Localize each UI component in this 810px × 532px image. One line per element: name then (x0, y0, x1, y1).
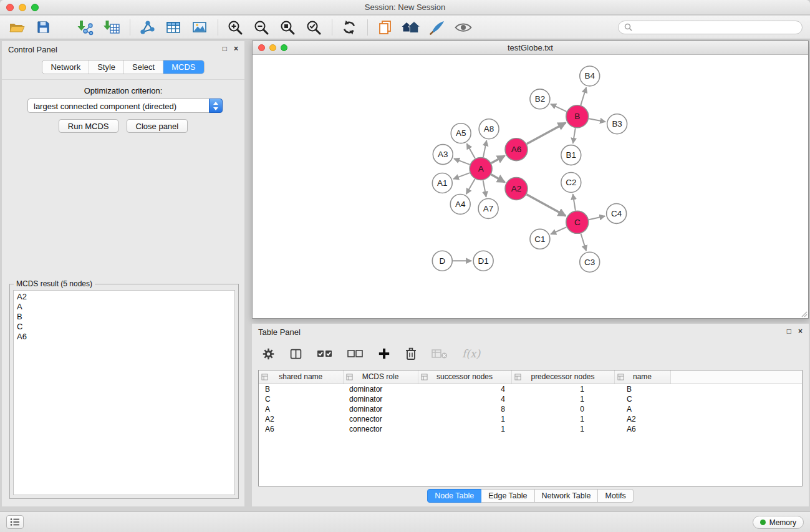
graph-edge-C-C3[interactable] (581, 233, 586, 251)
table-row[interactable]: A2connector11A2 (259, 414, 802, 424)
table-cell[interactable]: 1 (418, 414, 511, 424)
deselect-all-columns-button[interactable] (347, 347, 364, 360)
graph-node-C[interactable]: C (566, 211, 589, 233)
graph-edge-B-B4[interactable] (581, 87, 586, 105)
table-cell[interactable]: A6 (614, 424, 670, 434)
graph-edge-A-A4[interactable] (466, 179, 475, 194)
graph-node-A6[interactable]: A6 (505, 138, 528, 161)
graph-node-B3[interactable]: B3 (607, 114, 627, 134)
table-row[interactable]: Cdominator41C (259, 394, 802, 404)
show-hide-button[interactable] (453, 18, 474, 37)
graph-edge-A-A8[interactable] (483, 140, 486, 157)
cybrowser-home-button[interactable] (400, 18, 422, 37)
tab-select[interactable]: Select (123, 60, 163, 74)
graph-edge-A6-B[interactable] (527, 123, 566, 144)
table-cell[interactable]: B (614, 384, 670, 394)
tab-style[interactable]: Style (89, 60, 123, 74)
tab-mcds[interactable]: MCDS (163, 60, 203, 74)
task-history-button[interactable] (6, 515, 24, 529)
result-item[interactable]: C (17, 322, 231, 332)
minimize-window-button[interactable] (19, 4, 26, 11)
open-session-button[interactable] (6, 18, 27, 37)
table-cell[interactable]: 1 (511, 394, 614, 404)
graph-edge-A-A6[interactable] (491, 156, 505, 163)
tab-network[interactable]: Network (42, 60, 89, 74)
table-cell[interactable]: 8 (418, 404, 511, 414)
apply-layout-button[interactable] (339, 18, 360, 37)
zoom-fit-button[interactable] (277, 18, 298, 37)
graph-node-B1[interactable]: B1 (561, 145, 581, 165)
network-maximize-button[interactable] (281, 44, 287, 51)
result-item[interactable]: A2 (17, 292, 231, 302)
column-header-predecessor-nodes[interactable]: predecessor nodes (511, 370, 614, 384)
graph-node-B[interactable]: B (566, 105, 589, 128)
graph-edge-C-C2[interactable] (573, 194, 576, 210)
tab-network-table[interactable]: Network Table (535, 489, 599, 503)
graph-edge-A-A2[interactable] (491, 175, 505, 182)
show-columns-button[interactable] (289, 347, 302, 360)
graph-node-B2[interactable]: B2 (530, 89, 550, 109)
close-panel-icon[interactable]: × (234, 44, 238, 53)
float-table-panel-icon[interactable]: □ (787, 327, 791, 336)
save-session-button[interactable] (32, 18, 54, 37)
import-network-button[interactable] (75, 18, 96, 37)
column-header-successor-nodes[interactable]: successor nodes (418, 370, 511, 384)
graph-edge-C-C4[interactable] (589, 216, 605, 220)
graph-node-D1[interactable]: D1 (473, 251, 493, 271)
zoom-selected-button[interactable] (303, 18, 324, 37)
graph-node-C3[interactable]: C3 (580, 252, 600, 272)
run-mcds-button[interactable]: Run MCDS (59, 119, 118, 133)
graph-edge-A-A7[interactable] (483, 180, 486, 197)
graph-edge-A-A3[interactable] (454, 158, 470, 165)
tab-edge-table[interactable]: Edge Table (481, 489, 534, 503)
graph-node-A4[interactable]: A4 (450, 194, 470, 214)
tab-node-table[interactable]: Node Table (427, 489, 481, 503)
table-row[interactable]: Adominator80A (259, 404, 802, 414)
graph-node-A2[interactable]: A2 (505, 178, 528, 200)
function-builder-button[interactable]: f(x) (462, 347, 480, 360)
network-minimize-button[interactable] (269, 44, 276, 51)
network-window-titlebar[interactable]: testGlobe.txt (253, 41, 808, 55)
search-input[interactable] (635, 23, 796, 32)
graph-node-C2[interactable]: C2 (561, 173, 581, 193)
graph-edge-C-C1[interactable] (551, 227, 566, 234)
select-all-columns-button[interactable] (317, 347, 333, 360)
graph-edge-A-A1[interactable] (453, 173, 470, 179)
table-cell[interactable]: 1 (511, 384, 614, 394)
graph-edge-B-B1[interactable] (573, 128, 576, 143)
tab-motifs[interactable]: Motifs (598, 489, 633, 503)
open-documents-button[interactable] (374, 18, 395, 37)
zoom-in-button[interactable] (224, 18, 246, 37)
table-cell[interactable]: B (259, 384, 343, 394)
graph-edge-A-A5[interactable] (466, 143, 475, 158)
search-box[interactable] (618, 21, 803, 34)
result-item[interactable]: A (17, 302, 231, 312)
resize-grip-icon[interactable] (800, 310, 808, 317)
table-cell[interactable]: dominator (343, 404, 418, 414)
export-network-button[interactable] (137, 18, 158, 37)
table-cell[interactable]: A6 (259, 424, 343, 434)
export-image-button[interactable] (189, 18, 210, 37)
graph-edge-B-B3[interactable] (589, 118, 605, 122)
table-cell[interactable]: C (614, 394, 670, 404)
table-cell[interactable]: 1 (511, 424, 614, 434)
result-item[interactable]: B (17, 312, 231, 322)
network-close-button[interactable] (258, 44, 265, 51)
table-cell[interactable]: C (259, 394, 343, 404)
apply-style-button[interactable] (427, 18, 448, 37)
graph-node-A5[interactable]: A5 (451, 123, 471, 143)
table-row[interactable]: A6connector11A6 (259, 424, 802, 434)
memory-button[interactable]: Memory (753, 516, 804, 529)
table-cell[interactable]: 4 (418, 384, 511, 394)
network-graph[interactable]: B4B2BB3A8A5A6A3B1AA1C2A2A4A7C4CC1C3DD1 (253, 56, 808, 318)
graph-node-A3[interactable]: A3 (433, 145, 453, 165)
table-cell[interactable]: dominator (343, 384, 418, 394)
graph-node-C1[interactable]: C1 (530, 229, 550, 249)
column-header-shared-name[interactable]: shared name (259, 370, 343, 384)
table-cell[interactable]: 4 (418, 394, 511, 404)
graph-node-A1[interactable]: A1 (432, 173, 452, 193)
table-cell[interactable]: 1 (511, 414, 614, 424)
table-cell[interactable]: 1 (418, 424, 511, 434)
table-cell[interactable]: dominator (343, 394, 418, 404)
table-cell[interactable]: connector (343, 424, 418, 434)
